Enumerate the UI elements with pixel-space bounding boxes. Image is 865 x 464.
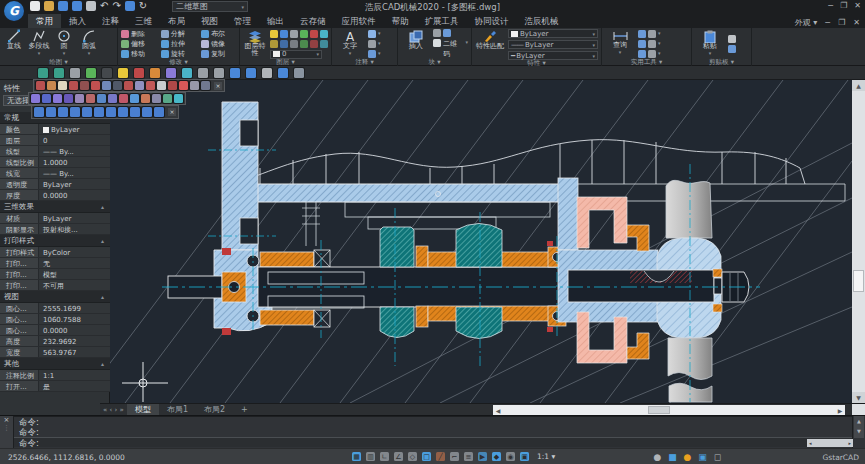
panel-annotation-title[interactable]: 注释 ▾ [332,59,397,66]
mech-symbols-toolbar-icon-5[interactable] [80,81,89,90]
layer-tool-icon-2[interactable] [280,30,288,38]
mech-drawing-toolbar-icon-4[interactable] [70,107,80,117]
mech-annotation-toolbar-icon-12[interactable] [152,94,161,103]
utility-tool-icon-4[interactable] [648,40,656,48]
utility-tool-icon-3[interactable] [638,40,646,48]
scroll-left-icon[interactable]: ◀ [493,407,503,414]
measure-button[interactable]: 查询▾ [605,29,635,59]
ribbon-tab-管理[interactable]: 管理 [226,14,259,28]
mech-symbols-toolbar-icon-11[interactable] [146,81,155,90]
mech-annotation-toolbar-icon-3[interactable] [53,94,62,103]
new-file-icon[interactable] [30,1,40,11]
mech-symbols-toolbar-icon-9[interactable] [124,81,133,90]
grid-tool-icon[interactable] [70,68,80,78]
mech-annotation-toolbar-icon-7[interactable] [97,94,106,103]
draw-button-圆弧[interactable]: 圆弧▾ [78,29,100,59]
property-value[interactable]: 无 [38,258,110,268]
modify-button-移动[interactable]: 移动 [121,49,159,59]
modify-button-偏移[interactable]: 偏移 [121,39,159,49]
isodraft-icon[interactable]: ◇ [408,452,417,461]
appearance-dropdown[interactable]: 外观 ▾ [795,17,818,28]
ribbon-tab-插入[interactable]: 插入 [61,14,94,28]
layer-tool-icon-1[interactable] [270,30,278,38]
property-value[interactable]: 0.0000 [38,325,110,335]
ribbon-tab-帮助[interactable]: 帮助 [384,14,417,28]
ribbon-minimize-button[interactable]: ─ [825,18,830,27]
command-hscroll[interactable]: ◂▸ [807,439,853,447]
mech-annotation-toolbar-icon-10[interactable] [130,94,139,103]
fullscreen-icon[interactable]: ◻ [713,452,722,461]
create-block-icon[interactable] [433,29,441,37]
ribbon-close-button[interactable]: ✕ [853,18,860,27]
layer-properties-button[interactable]: 图层特性 [243,29,267,59]
vertical-scroll-thumb[interactable] [853,270,864,292]
panel-modify-title[interactable]: 修改 ▾ [118,59,239,66]
layout-tab-+[interactable]: + [233,404,256,416]
draw-button-圆[interactable]: 圆▾ [53,29,75,59]
property-value[interactable]: 563.9767 [38,347,110,357]
ribbon-tab-云存储[interactable]: 云存储 [292,14,334,28]
mech-drawing-toolbar-icon-8[interactable] [118,107,128,117]
mech-annotation-toolbar-icon-2[interactable] [42,94,51,103]
mech-annotation-toolbar[interactable] [28,92,186,105]
ribbon-tab-应用软件[interactable]: 应用软件 [334,14,384,28]
close-icon[interactable]: × [214,82,222,90]
dynamic-input-icon[interactable]: ⌐ [450,452,459,461]
command-history[interactable]: 命令:命令:命令: [13,416,853,449]
property-value[interactable]: ByColor [38,247,110,257]
block-editor-icon[interactable] [443,29,451,37]
view-tool-icon[interactable] [294,68,304,78]
command-close-icon[interactable]: × [0,416,13,424]
ribbon-tab-扩展工具[interactable]: 扩展工具 [417,14,467,28]
test-tool-icon[interactable] [230,68,240,78]
horizontal-scroll-thumb[interactable] [648,406,670,414]
mech-drawing-toolbar-icon-7[interactable] [106,107,116,117]
cad-drawing[interactable] [110,80,852,403]
layer-tool-icon-8[interactable] [280,40,288,48]
property-value[interactable]: 1060.7588 [38,314,110,324]
text-tool-icon[interactable] [150,68,160,78]
draw-button-多段线[interactable]: 多段线▾ [28,29,50,59]
workspace-status-icon[interactable]: ▣ [520,452,529,461]
object-snap-icon[interactable]: □ [422,452,431,461]
linetype-select[interactable]: ——ByLayer▾ [508,40,598,49]
mech-annotation-toolbar-icon-5[interactable] [75,94,84,103]
polar-tracking-icon[interactable]: ∠ [394,452,403,461]
mech-symbols-toolbar-icon-6[interactable] [91,81,100,90]
utility-tool-icon-6[interactable] [648,50,656,58]
mech-symbols-toolbar-icon-14[interactable] [179,81,188,90]
save-icon[interactable] [58,1,68,11]
mech-symbols-toolbar-icon-4[interactable] [69,81,78,90]
layer-tool-icon-12[interactable] [320,40,328,48]
panel-utilities-title[interactable]: 实用工具 ▾ [602,59,691,66]
property-value[interactable]: 模型 [38,269,110,279]
property-value[interactable]: 0.0000 [38,190,110,200]
close-button[interactable]: ✕ [854,1,861,10]
ribbon-tab-浩辰机械[interactable]: 浩辰机械 [517,14,567,28]
layout-tab-布局1[interactable]: 布局1 [159,404,196,416]
property-value[interactable]: 232.9692 [38,336,110,346]
clean-screen-icon[interactable]: ▣ [698,452,707,461]
property-value[interactable]: —— By... [38,146,110,156]
property-value[interactable]: 投射和接... [38,224,110,234]
ribbon-tab-常用[interactable]: 常用 [28,14,61,28]
ribbon-restore-button[interactable]: ❐ [838,18,845,27]
command-window-titlebar[interactable]: × ⋮ [0,416,13,449]
polyline-tool-icon[interactable] [86,68,96,78]
collapse-icon[interactable]: ▴ [101,360,104,367]
selection-cycling-icon[interactable]: ▶ [478,452,487,461]
mech-drawing-toolbar-icon-1[interactable] [34,107,44,117]
rotate-tool-icon[interactable] [198,68,208,78]
mech-symbols-toolbar-icon-15[interactable] [190,81,199,90]
layer-tool-icon-6[interactable] [320,30,328,38]
grid-icon[interactable]: ▦ [352,452,361,461]
table2-tool-icon[interactable] [246,68,256,78]
property-value[interactable]: 2555.1699 [38,303,110,313]
mech-annotation-toolbar-icon-6[interactable] [86,94,95,103]
table-tool-icon[interactable] [182,68,192,78]
property-value[interactable]: 1.0000 [38,157,110,167]
property-value[interactable]: 1:1 [38,370,110,380]
draw-button-直线[interactable]: 直线 [3,29,25,59]
command-vscroll[interactable]: ▲▼ [854,416,864,438]
mech-symbols-toolbar-icon-1[interactable] [36,81,45,90]
